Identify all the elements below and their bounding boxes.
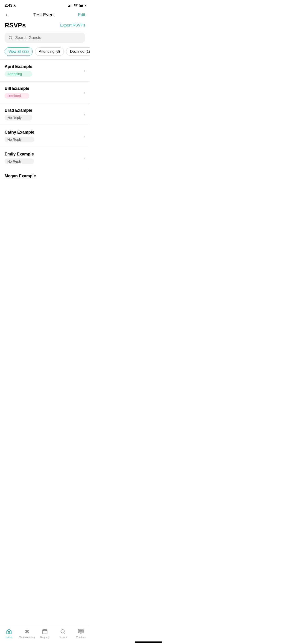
- guest-info-april: April Example Attending: [4, 64, 32, 77]
- signal-icon: [68, 4, 72, 7]
- location-arrow-icon: [13, 4, 16, 7]
- back-button[interactable]: ←: [4, 12, 10, 18]
- guest-info-cathy: Cathy Example No Reply: [4, 130, 34, 142]
- filter-tabs: View all (22) Attending (3) Declined (1)…: [0, 48, 90, 60]
- guest-item-cathy[interactable]: Cathy Example No Reply ›: [0, 125, 90, 147]
- status-time: 2:43: [4, 3, 16, 8]
- chevron-right-icon: ›: [84, 68, 85, 73]
- status-badge-attending: Attending: [4, 71, 32, 77]
- status-icons: [68, 4, 85, 7]
- guest-item-brad[interactable]: Brad Example No Reply ›: [0, 104, 90, 125]
- search-icon: [8, 36, 13, 40]
- chevron-right-icon: ›: [84, 134, 85, 139]
- guest-item-april[interactable]: April Example Attending ›: [0, 60, 90, 81]
- guest-name: Cathy Example: [4, 130, 34, 135]
- guest-name: Brad Example: [4, 108, 32, 113]
- export-rsvps-button[interactable]: Export RSVPs: [60, 23, 85, 28]
- guest-info-brad: Brad Example No Reply: [4, 108, 32, 120]
- guest-list: April Example Attending › Bill Example D…: [0, 60, 90, 202]
- guest-info-bill: Bill Example Declined: [4, 86, 29, 98]
- status-bar: 2:43: [0, 0, 90, 10]
- chevron-right-icon: ›: [84, 112, 85, 117]
- guest-name: April Example: [4, 64, 32, 69]
- guest-item-emily[interactable]: Emily Example No Reply ›: [0, 147, 90, 169]
- nav-bar: ← Test Event Edit: [0, 10, 90, 21]
- guest-item-bill[interactable]: Bill Example Declined ›: [0, 82, 90, 103]
- chevron-right-icon: ›: [84, 156, 85, 161]
- page-header: RSVPs Export RSVPs: [0, 21, 90, 33]
- status-badge-noreply: No Reply: [4, 115, 32, 120]
- page-title: RSVPs: [4, 22, 26, 29]
- filter-tab-attending[interactable]: Attending (3): [35, 48, 64, 56]
- guest-item-megan-partial[interactable]: Megan Example: [0, 169, 90, 181]
- status-badge-declined: Declined: [4, 93, 29, 98]
- guest-name: Bill Example: [4, 86, 29, 91]
- wifi-icon: [74, 4, 78, 7]
- battery-icon: [79, 4, 85, 7]
- status-badge-noreply: No Reply: [4, 158, 34, 164]
- guest-name: Emily Example: [4, 152, 34, 156]
- svg-line-1: [12, 39, 12, 40]
- edit-button[interactable]: Edit: [78, 12, 85, 17]
- guest-name-megan: Megan Example: [4, 174, 36, 178]
- search-container: [4, 33, 85, 43]
- search-input[interactable]: [15, 36, 82, 40]
- chevron-right-icon: ›: [84, 90, 85, 95]
- status-badge-noreply: No Reply: [4, 136, 34, 142]
- filter-tab-declined[interactable]: Declined (1): [66, 48, 90, 56]
- nav-title: Test Event: [34, 12, 55, 18]
- svg-point-0: [9, 36, 12, 39]
- guest-info-emily: Emily Example No Reply: [4, 152, 34, 164]
- filter-tab-all[interactable]: View all (22): [4, 48, 33, 56]
